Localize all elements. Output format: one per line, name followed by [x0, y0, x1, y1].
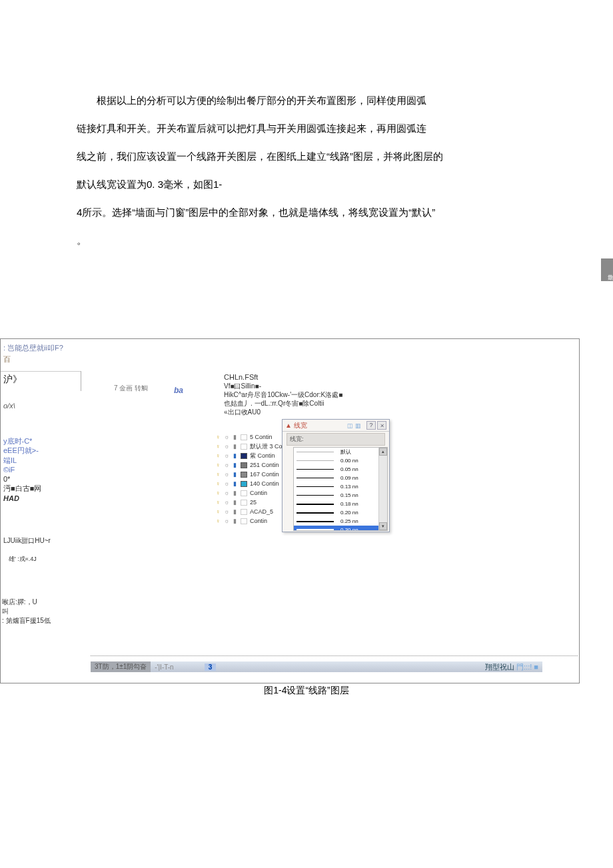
lineweight-option[interactable]: 0.00 nn [294, 456, 387, 465]
layer-row[interactable]: ♀☼▮167 Contin [214, 470, 292, 479]
lock-icon[interactable]: ▮ [231, 499, 238, 506]
app-window: : 岂能总壁就ii叩F? 百 沪》 o/x\ y底时-C* eEE円就>- 端I… [0, 338, 580, 683]
divider [91, 655, 578, 656]
panel-text: y底时-C* [3, 436, 81, 446]
lightbulb-icon[interactable]: ♀ [214, 518, 222, 524]
footer-text: 叫 [2, 607, 51, 616]
color-swatch[interactable] [241, 462, 247, 468]
popup-icons: ◫ ▥ [347, 422, 361, 429]
sun-icon[interactable]: ☼ [222, 452, 231, 459]
lightbulb-icon[interactable]: ♀ [214, 508, 222, 515]
info-line: HikC^ar舟尽音10Ckw-'一级Cdor:K洛處■ [224, 390, 342, 399]
status-right: 翔型祝山 門:::! ■ [485, 662, 538, 672]
lightbulb-icon[interactable]: ♀ [214, 434, 222, 440]
lightbulb-icon[interactable]: ♀ [214, 499, 222, 506]
lock-icon[interactable]: ▮ [231, 508, 238, 515]
layer-row[interactable]: ♀☼▮5 Contin [214, 432, 292, 442]
tool-icons: 7 金画 转鯛 [114, 384, 148, 392]
lineweight-option[interactable]: 0.15 nn [294, 491, 387, 500]
lock-icon[interactable]: ▮ [231, 452, 238, 459]
lineweight-list[interactable]: ▴ ▾ 默认0.00 nn0.05 nn0.09 nn0.13 nn0.15 n… [293, 447, 388, 531]
sun-icon[interactable]: ☼ [222, 480, 231, 487]
paragraph: 默认线宽设置为0. 3毫米，如图1- [77, 171, 536, 199]
lineweight-preview [297, 521, 334, 522]
lineweight-option[interactable]: 默认 [294, 448, 387, 456]
scrollbar[interactable]: ▴ ▾ [378, 448, 387, 530]
lightbulb-icon[interactable]: ♀ [214, 452, 222, 459]
lineweight-option[interactable]: 0.05 nn [294, 465, 387, 474]
layer-row[interactable]: ♀☼▮ 25 [214, 498, 292, 507]
info-line: Vf■曰Sillin■- [224, 382, 342, 390]
paragraph: 链接灯具和开关。开关布置后就可以把灯具与开关用圆弧连接起来，再用圆弧连 [77, 115, 536, 143]
lock-icon[interactable]: ▮ [231, 462, 238, 468]
sun-icon[interactable]: ☼ [222, 508, 231, 515]
lock-icon[interactable]: ▮ [231, 443, 238, 450]
popup-header: ▲ 线宽 ◫ ▥ ? ⨉ [283, 420, 389, 432]
lightbulb-icon[interactable]: ♀ [214, 480, 222, 487]
lineweight-preview [297, 495, 334, 496]
layer-row[interactable]: ♀☼▮ Contin [214, 488, 292, 498]
lineweight-label: 0.25 nn [340, 518, 358, 524]
lineweight-preview [297, 529, 334, 531]
color-swatch[interactable] [241, 509, 247, 515]
scroll-down-icon[interactable]: ▾ [379, 522, 387, 530]
color-swatch[interactable] [241, 453, 247, 459]
sun-icon[interactable]: ☼ [222, 471, 231, 478]
lineweight-option[interactable]: 0.25 nn [294, 517, 387, 526]
paragraph: 线之前，我们应该设置一个线路开关图层，在图纸上建立“线路”图层，并将此图层的 [77, 143, 536, 171]
lineweight-option[interactable]: 0.30 nn [294, 526, 387, 531]
color-swatch[interactable] [241, 481, 247, 487]
color-swatch[interactable] [241, 472, 247, 478]
color-swatch[interactable] [241, 444, 247, 450]
layer-row[interactable]: ♀☼▮默认泄 3 Contin [214, 442, 292, 451]
popup-buttons: ? ⨉ [366, 421, 386, 430]
lock-icon[interactable]: ▮ [231, 518, 238, 524]
layer-list[interactable]: ♀☼▮5 Contin♀☼▮默认泄 3 Contin♀☼▮紫 Contin♀☼▮… [214, 432, 292, 526]
color-swatch[interactable] [241, 490, 247, 496]
lock-icon[interactable]: ▮ [231, 471, 238, 478]
lightbulb-icon[interactable]: ♀ [214, 443, 222, 450]
lock-icon[interactable]: ▮ [231, 434, 238, 440]
lightbulb-icon[interactable]: ♀ [214, 490, 222, 496]
ba-label: ba [174, 386, 183, 395]
sun-icon[interactable]: ☼ [222, 490, 231, 496]
lineweight-preview [297, 486, 334, 487]
close-button[interactable]: ⨉ [377, 421, 386, 430]
paragraph: 根据以上的分析可以方便的绘制出餐厅部分的开关布置图形，同样使用圆弧 [77, 87, 536, 115]
figure-caption: 图1-4设置“线路”图层 [0, 685, 613, 697]
sun-icon[interactable]: ☼ [222, 443, 231, 450]
lineweight-option[interactable]: 0.13 nn [294, 482, 387, 491]
status-segment: -'|I-T-n [151, 663, 177, 671]
lineweight-preview [297, 478, 334, 478]
lineweight-label: 0.00 nn [340, 458, 358, 464]
color-swatch[interactable] [241, 500, 247, 506]
lineweight-option[interactable]: 0.20 nn [294, 508, 387, 517]
sun-icon[interactable]: ☼ [222, 462, 231, 468]
layer-row[interactable]: ♀☼▮140 Contin [214, 479, 292, 488]
panel-text: o/x\ [3, 402, 81, 410]
lineweight-option[interactable]: 0.09 nn [294, 474, 387, 482]
sun-icon[interactable]: ☼ [222, 434, 231, 440]
lineweight-option[interactable]: 0.18 nn [294, 500, 387, 508]
layer-row[interactable]: ♀☼▮紫 Contin [214, 451, 292, 460]
panel-text: HAD [3, 494, 81, 503]
layer-row[interactable]: ♀☼▮ACAD_5 [214, 507, 292, 516]
scroll-up-icon[interactable]: ▴ [379, 448, 387, 456]
help-button[interactable]: ? [366, 421, 376, 430]
sun-icon[interactable]: ☼ [222, 518, 231, 524]
color-swatch[interactable] [241, 434, 247, 440]
lineweight-preview [297, 469, 334, 470]
footer-text: : 第爐盲F援15低 [2, 616, 51, 626]
lightbulb-icon[interactable]: ♀ [214, 462, 222, 468]
lightbulb-icon[interactable]: ♀ [214, 471, 222, 478]
lineweight-label: 0.13 nn [340, 484, 358, 490]
color-swatch[interactable] [241, 518, 247, 524]
popup-title: ▲ 线宽 [285, 421, 307, 430]
lock-icon[interactable]: ▮ [231, 480, 238, 487]
sun-icon[interactable]: ☼ [222, 499, 231, 506]
status-page: 3 [205, 663, 217, 671]
panel-text: 雄' :戎«.4J [3, 555, 81, 564]
layer-row[interactable]: ♀☼▮251 Contin [214, 460, 292, 470]
layer-row[interactable]: ♀☼▮ Contin [214, 516, 292, 526]
lock-icon[interactable]: ▮ [231, 490, 238, 496]
